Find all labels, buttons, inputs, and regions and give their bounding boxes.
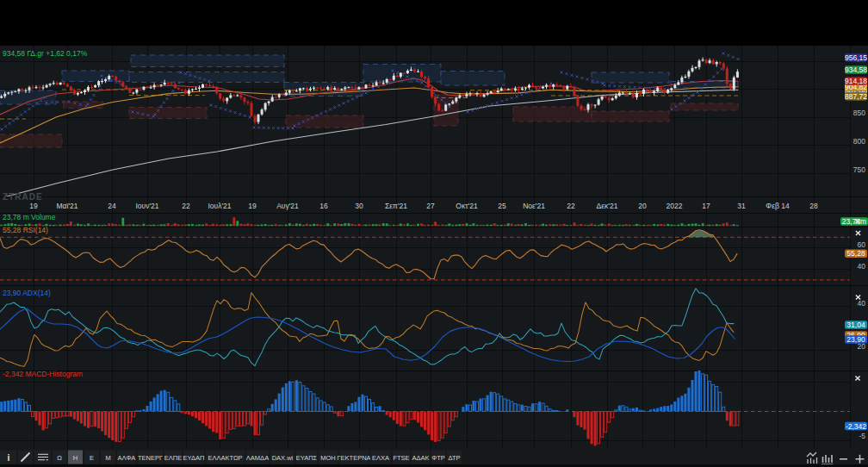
svg-text:ΛΑΜΔΑ: ΛΑΜΔΑ <box>246 454 269 462</box>
svg-text:20: 20 <box>638 202 647 210</box>
svg-text:2022: 2022 <box>666 202 683 210</box>
svg-text:ΕΥΔΑΠ: ΕΥΔΑΠ <box>183 454 205 462</box>
svg-text:-2,342: -2,342 <box>846 422 866 431</box>
svg-text:ΜΟΗ: ΜΟΗ <box>320 454 336 462</box>
svg-text:27: 27 <box>426 202 435 210</box>
svg-text:DAX.wi: DAX.wi <box>272 454 294 462</box>
svg-text:887,72: 887,72 <box>845 92 867 101</box>
svg-text:ΕΛΠΕ: ΕΛΠΕ <box>164 454 182 462</box>
svg-text:ZTRADE: ZTRADE <box>3 192 43 202</box>
svg-text:Ε: Ε <box>90 454 94 462</box>
svg-text:934,58 ΓΔ.gr +1,62 0,17%: 934,58 ΓΔ.gr +1,62 0,17% <box>3 49 88 58</box>
svg-text:25: 25 <box>498 202 506 210</box>
svg-text:ΤΕΝΕΡΓ: ΤΕΝΕΡΓ <box>138 454 163 462</box>
svg-text:Σεπ'21: Σεπ'21 <box>385 202 407 210</box>
svg-text:Μαϊ'21: Μαϊ'21 <box>57 202 78 210</box>
svg-text:ΓΕΚΤΕΡΝΑ: ΓΕΚΤΕΡΝΑ <box>337 454 370 462</box>
svg-text:Φεβ 14: Φεβ 14 <box>766 202 790 210</box>
svg-text:ΕΛΛΑΚΤΩΡ: ΕΛΛΑΚΤΩΡ <box>208 454 242 462</box>
svg-text:FTSE: FTSE <box>393 454 409 462</box>
svg-text:19: 19 <box>248 202 257 210</box>
svg-text:ΕΥΑΠΣ: ΕΥΑΠΣ <box>296 454 318 462</box>
svg-text:750: 750 <box>853 165 865 174</box>
svg-text:Αυγ'21: Αυγ'21 <box>276 202 299 210</box>
svg-text:19: 19 <box>29 202 38 210</box>
svg-text:60: 60 <box>858 240 866 249</box>
svg-text:17: 17 <box>702 202 710 210</box>
svg-text:-5: -5 <box>859 432 865 440</box>
svg-text:Οκτ'21: Οκτ'21 <box>456 202 478 210</box>
svg-text:16: 16 <box>319 202 328 210</box>
svg-text:i: i <box>8 452 10 463</box>
svg-text:23,78 m Volume: 23,78 m Volume <box>3 213 56 221</box>
svg-text:22: 22 <box>567 202 575 210</box>
svg-text:23,90: 23,90 <box>846 335 865 344</box>
svg-text:ΔΤΡ: ΔΤΡ <box>448 454 460 462</box>
svg-text:ΑΛΦΑ: ΑΛΦΑ <box>118 454 136 462</box>
svg-text:Μ: Μ <box>105 454 110 462</box>
svg-text:23,90 ADX(14): 23,90 ADX(14) <box>3 289 51 297</box>
svg-text:Η: Η <box>73 454 78 462</box>
svg-text:934,58: 934,58 <box>845 65 867 74</box>
svg-text:28: 28 <box>809 202 818 210</box>
svg-text:Ω: Ω <box>57 454 62 462</box>
svg-text:ΦΤΡ: ΦΤΡ <box>431 454 445 462</box>
svg-text:Νοε'21: Νοε'21 <box>523 202 545 210</box>
svg-text:850: 850 <box>853 109 865 117</box>
svg-text:800: 800 <box>853 137 865 146</box>
svg-text:23,78m: 23,78m <box>842 217 866 226</box>
svg-text:ΑΔΑΚ: ΑΔΑΚ <box>412 454 429 462</box>
svg-text:55,28: 55,28 <box>846 249 865 258</box>
svg-text:956,15: 956,15 <box>845 53 867 62</box>
svg-text:40: 40 <box>858 262 866 271</box>
svg-text:Ιουν'21: Ιουν'21 <box>135 202 158 210</box>
svg-text:-2,342 MACD-Histogram: -2,342 MACD-Histogram <box>3 370 83 378</box>
svg-text:40: 40 <box>858 299 866 308</box>
svg-text:24: 24 <box>108 202 116 210</box>
svg-text:31: 31 <box>737 202 746 210</box>
svg-text:22: 22 <box>182 202 190 210</box>
svg-text:Ιουλ'21: Ιουλ'21 <box>208 202 231 210</box>
svg-text:914,18: 914,18 <box>845 77 867 85</box>
svg-text:55,28 RSI(14): 55,28 RSI(14) <box>3 226 48 234</box>
svg-text:Δεκ'21: Δεκ'21 <box>597 202 618 210</box>
svg-text:31,04: 31,04 <box>846 321 865 329</box>
svg-text:ΕΛΧΑ: ΕΛΧΑ <box>372 454 389 462</box>
svg-text:30: 30 <box>355 202 363 210</box>
